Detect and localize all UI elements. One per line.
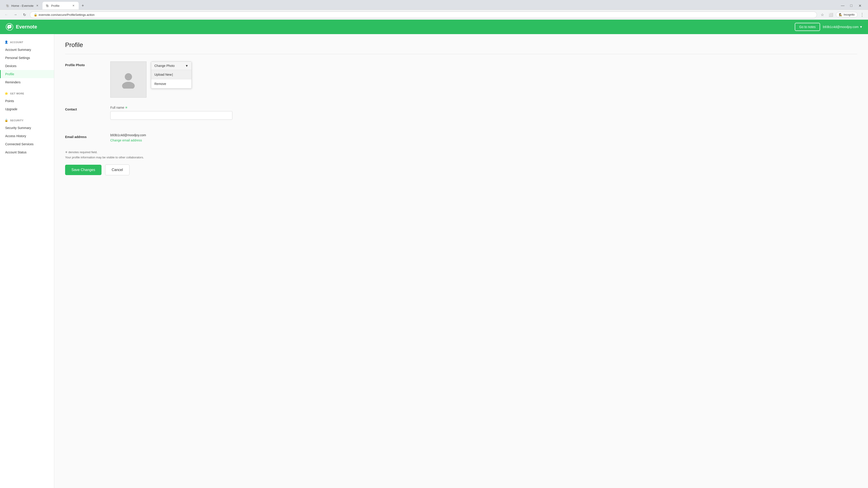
lock-icon: 🔒 (34, 13, 37, 17)
svg-point-1 (125, 73, 132, 80)
address-text: evernote.com/secure/ProfileSettings.acti… (39, 13, 94, 17)
sidebar-item-personal-settings[interactable]: Personal Settings (0, 54, 54, 62)
user-email-button[interactable]: b93b1c4d@moodjoy.com ▼ (823, 25, 863, 29)
upload-new-item[interactable]: Upload New | (151, 70, 191, 79)
sidebar-item-label-devices: Devices (5, 64, 17, 68)
evernote-logo: Evernote (5, 23, 37, 31)
reload-button[interactable]: ↻ (21, 11, 28, 18)
sidebar-item-label-account-status: Account Status (5, 151, 26, 154)
sidebar-item-access-history[interactable]: Access History (0, 132, 54, 140)
required-field-note: ✳ denotes required field. (65, 151, 857, 154)
remove-photo-label: Remove (154, 82, 166, 86)
sidebar: 👤 ACCOUNT Account Summary Personal Setti… (0, 34, 54, 488)
sidebar-item-label-connected-services: Connected Services (5, 142, 33, 146)
action-buttons: Save Changes Cancel (65, 164, 857, 175)
full-name-input[interactable] (110, 111, 232, 120)
sidebar-item-profile[interactable]: Profile (0, 70, 54, 78)
full-name-field: Full name ✳ (110, 106, 857, 120)
account-section-icon: 👤 (4, 40, 8, 44)
dropdown-close-icon[interactable]: ▼ (185, 64, 188, 68)
sidebar-item-label-profile: Profile (5, 72, 14, 76)
user-email-text: b93b1c4d@moodjoy.com (823, 25, 859, 29)
browser-tab-home[interactable]: 🐘 Home - Evernote ✕ (3, 2, 42, 9)
user-email-dropdown-arrow: ▼ (860, 25, 863, 29)
contact-label: Contact (65, 106, 101, 125)
change-email-link[interactable]: Change email address (110, 138, 142, 142)
profile-photo-box (110, 61, 147, 98)
cancel-button[interactable]: Cancel (105, 164, 129, 175)
sidebar-item-label-access-history: Access History (5, 134, 26, 138)
dropdown-header: Change Photo ▼ (151, 62, 191, 70)
get-more-section-icon: ⭐ (4, 92, 8, 95)
browser-tab-profile[interactable]: 🐘 Profile ✕ (42, 2, 79, 9)
browser-titlebar: 🐘 Home - Evernote ✕ 🐘 Profile ✕ + — □ ✕ (0, 0, 868, 9)
incognito-icon: 🕵️ (839, 13, 842, 16)
sidebar-item-label-account-summary: Account Summary (5, 48, 31, 52)
sidebar-item-label-points: Points (5, 99, 14, 103)
new-tab-button[interactable]: + (80, 2, 86, 9)
change-photo-dropdown: Change Photo ▼ Upload New | Remove (151, 61, 192, 89)
sidebar-section-account: 👤 ACCOUNT (0, 39, 54, 46)
page-title: Profile (65, 41, 857, 48)
app-layout: Evernote Go to notes b93b1c4d@moodjoy.co… (0, 20, 868, 488)
sidebar-item-security-summary[interactable]: Security Summary (0, 124, 54, 132)
full-name-field-label: Full name ✳ (110, 106, 857, 109)
person-silhouette-icon (119, 70, 137, 89)
sidebar-item-reminders[interactable]: Reminders (0, 78, 54, 86)
cursor-indicator: | (172, 73, 173, 76)
browser-toolbar: ← → ↻ 🔒 evernote.com/secure/ProfileSetti… (0, 9, 868, 20)
get-more-section-label: GET MORE (10, 92, 24, 95)
security-section-icon: 🔒 (4, 119, 8, 122)
page-divider (65, 54, 857, 54)
sidebar-item-points[interactable]: Points (0, 97, 54, 105)
sidebar-item-devices[interactable]: Devices (0, 62, 54, 70)
visibility-note: Your profile information may be visible … (65, 156, 857, 159)
sidebar-item-account-status[interactable]: Account Status (0, 148, 54, 156)
email-value: b93b1c4d@moodjoy.com (110, 133, 857, 137)
browser-menu-button[interactable]: ⋮ (859, 11, 865, 18)
page-content: Profile Profile Photo (54, 34, 868, 488)
go-to-notes-button[interactable]: Go to notes (795, 23, 820, 31)
email-content: b93b1c4d@moodjoy.com Change email addres… (110, 133, 857, 142)
remove-photo-item[interactable]: Remove (151, 79, 191, 88)
bookmark-button[interactable]: ☆ (819, 11, 826, 18)
save-changes-button[interactable]: Save Changes (65, 165, 101, 175)
contact-content: Full name ✳ (110, 106, 857, 125)
dropdown-header-label: Change Photo (154, 64, 175, 68)
incognito-label: Incognito (844, 13, 855, 16)
extensions-button[interactable]: ⬜ (827, 11, 835, 18)
tab-close-home[interactable]: ✕ (35, 4, 39, 8)
tab-favicon-profile: 🐘 (46, 4, 49, 7)
sidebar-item-account-summary[interactable]: Account Summary (0, 46, 54, 54)
back-button[interactable]: ← (3, 11, 10, 18)
tab-title-profile: Profile (51, 4, 59, 7)
minimize-button[interactable]: — (839, 2, 846, 9)
tab-title-home: Home - Evernote (11, 4, 33, 7)
header-actions: Go to notes b93b1c4d@moodjoy.com ▼ (795, 23, 863, 31)
browser-chrome: 🐘 Home - Evernote ✕ 🐘 Profile ✕ + — □ ✕ … (0, 0, 868, 20)
forward-button[interactable]: → (12, 11, 19, 18)
main-content: 👤 ACCOUNT Account Summary Personal Setti… (0, 34, 868, 488)
toolbar-actions: ☆ ⬜ 🕵️ Incognito ⋮ (819, 11, 865, 18)
close-button[interactable]: ✕ (856, 2, 864, 9)
sidebar-item-upgrade[interactable]: Upgrade (0, 105, 54, 113)
photo-container: Change Photo ▼ Upload New | Remove (110, 61, 857, 98)
profile-photo-section: Profile Photo (65, 61, 857, 98)
email-section: Email address b93b1c4d@moodjoy.com Chang… (65, 133, 857, 142)
evernote-logo-text: Evernote (16, 24, 37, 30)
maximize-button[interactable]: □ (848, 2, 855, 9)
sidebar-item-connected-services[interactable]: Connected Services (0, 140, 54, 148)
sidebar-item-label-security-summary: Security Summary (5, 126, 31, 130)
sidebar-section-get-more: ⭐ GET MORE (0, 90, 54, 97)
security-section-label: SECURITY (10, 119, 24, 122)
sidebar-item-label-upgrade: Upgrade (5, 107, 18, 111)
address-bar[interactable]: 🔒 evernote.com/secure/ProfileSettings.ac… (30, 11, 817, 18)
tab-close-profile[interactable]: ✕ (71, 4, 75, 8)
incognito-badge[interactable]: 🕵️ Incognito (836, 12, 858, 18)
email-section-label: Email address (65, 133, 101, 142)
upload-new-label: Upload New (154, 73, 172, 76)
sidebar-section-security: 🔒 SECURITY (0, 117, 54, 124)
tab-favicon-home: 🐘 (6, 4, 9, 7)
svg-point-2 (122, 82, 135, 89)
sidebar-item-label-personal-settings: Personal Settings (5, 56, 30, 60)
